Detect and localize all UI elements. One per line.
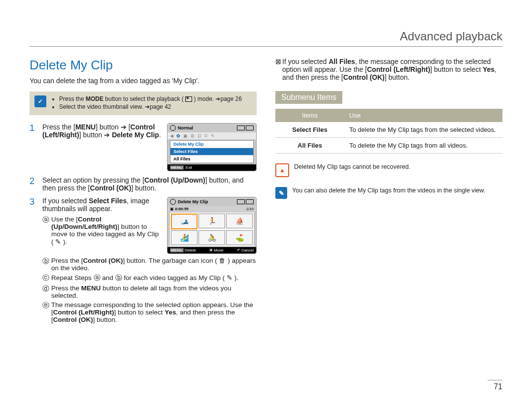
menu-title: Delete My Clip: [170, 141, 253, 148]
step-3: 3 If you selected Select Files, image th…: [30, 197, 257, 325]
card-icon: [237, 199, 245, 204]
settings-icon: [170, 199, 176, 205]
back-icon: ↶: [237, 248, 240, 252]
prereq-list: Press the MODE button to select the play…: [51, 95, 242, 111]
submenu-heading: Submenu Items: [275, 91, 342, 104]
table-row: Select Files To delete the My Clip tags …: [275, 122, 502, 138]
step-number: 3: [30, 197, 39, 325]
manual-page: Advanced playback Delete My Clip You can…: [0, 0, 532, 406]
table-header-use: Use: [344, 109, 502, 122]
thumbnail: 🚴: [199, 230, 225, 245]
thumbnail: 🏄: [171, 230, 198, 245]
right-continuation: ⊠ If you selected All Files, the message…: [275, 58, 502, 81]
right-column: ⊠ If you selected All Files, the message…: [275, 58, 502, 330]
intro-text: You can delete the tag from a video tagg…: [30, 77, 257, 85]
move-icon: ✥: [209, 248, 213, 252]
menu-item: All Files: [170, 156, 253, 163]
left-column: Delete My Clip You can delete the tag fr…: [30, 58, 257, 330]
thumbnail-selected: 🎿: [171, 214, 198, 229]
section-header: Advanced playback: [30, 30, 502, 47]
warning-icon: ▲: [275, 163, 289, 177]
thumbnail: 🏃: [199, 214, 225, 228]
lcd-screen-thumbnails: Delete My Clip ▣ 0:00:55 1/10 🎿 🏃: [167, 197, 257, 254]
table-row: All Files To delete the My Clip tags fro…: [275, 138, 502, 154]
storage-icon: ▣: [170, 207, 174, 211]
info-note: ✎ You can also delete the My Clip tags f…: [275, 187, 502, 199]
thumbnail: ⛵: [226, 214, 253, 228]
table-header-items: Items: [275, 109, 344, 122]
check-icon: ✓: [34, 95, 46, 107]
battery-icon: [246, 125, 254, 130]
page-number: 71: [488, 380, 502, 391]
substep-list: ⓐUse the [Control (Up/Down/Left/Right)] …: [42, 216, 162, 246]
step-list: 1 Press the [MENU] button ➔ [Control (Le…: [30, 123, 257, 325]
page-title: Delete My Clip: [30, 58, 257, 73]
lcd-screen-menu: Normal ◀✿▣⊞⊡©✎ Delete My Clip Select Fil…: [167, 123, 257, 171]
step-2: 2 Select an option by pressing the [Cont…: [30, 176, 257, 192]
settings-icon: [170, 125, 176, 131]
prerequisite-box: ✓ Press the MODE button to select the pl…: [30, 92, 257, 115]
step-number: 1: [30, 123, 39, 171]
submenu-table: Items Use Select Files To delete the My …: [275, 109, 502, 154]
menu-item-selected: Select Files: [170, 148, 253, 156]
bullet-icon: ⊠: [275, 58, 282, 81]
info-icon: ✎: [275, 187, 287, 199]
step-number: 2: [30, 176, 39, 192]
battery-icon: [246, 199, 254, 204]
warning-note: ▲ Deleted My Clip tags cannot be recover…: [275, 163, 502, 177]
trash-icon: 🗑: [219, 257, 226, 264]
paint-icon: ✎: [55, 238, 61, 246]
paint-icon: ✎: [227, 274, 233, 281]
playback-mode-icon: [185, 96, 192, 102]
substep-list-cont: ⓑPress the [Control (OK)] button. The ga…: [42, 257, 257, 323]
step-1: 1 Press the [MENU] button ➔ [Control (Le…: [30, 123, 257, 171]
card-icon: [237, 125, 245, 130]
two-column-layout: Delete My Clip You can delete the tag fr…: [30, 58, 502, 330]
thumbnail: ⛳: [226, 230, 253, 245]
